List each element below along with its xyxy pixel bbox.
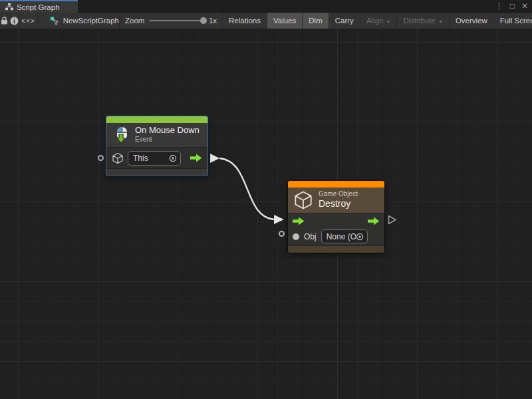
- info-button[interactable]: [10, 13, 20, 29]
- flow-connection-wire: [0, 29, 532, 399]
- game-object-cube-icon: [293, 190, 313, 210]
- node-on-mouse-down[interactable]: On Mouse Down Event This: [106, 116, 207, 176]
- obj-object-field[interactable]: None (O: [321, 229, 368, 243]
- target-field-value: This: [133, 154, 148, 163]
- zoom-control: Zoom 1x: [120, 13, 223, 29]
- tab-title: Script Graph: [17, 3, 60, 11]
- tab-script-graph[interactable]: Script Graph: [0, 0, 78, 13]
- script-graph-window: Script Graph ⋮ □ ✕: [0, 0, 532, 399]
- flow-continue-port[interactable]: [388, 215, 397, 225]
- node-body: This: [106, 147, 207, 168]
- chevron-down-icon: ▼: [438, 19, 443, 24]
- obj-field-value: None (O: [327, 232, 356, 241]
- node-header: Game Object Destroy: [288, 188, 384, 213]
- object-picker-icon[interactable]: [356, 233, 364, 241]
- close-icon[interactable]: ✕: [521, 0, 528, 13]
- graph-toolbar: <×> NewScriptGraph Zoom 1x Relations Val…: [0, 13, 532, 29]
- window-controls: ⋮ □ ✕: [495, 0, 528, 13]
- object-value-port[interactable]: [293, 233, 299, 240]
- node-subtitle: Event: [135, 136, 200, 144]
- values-button[interactable]: Values: [267, 13, 303, 29]
- lock-button[interactable]: [0, 13, 10, 29]
- distribute-label: Distribute: [403, 17, 436, 25]
- unit-color-bar: [288, 181, 384, 188]
- lock-icon: [1, 17, 8, 25]
- obj-input-ring-port[interactable]: [279, 231, 285, 237]
- maximize-icon[interactable]: □: [510, 0, 515, 13]
- target-input-ring-port[interactable]: [98, 155, 104, 161]
- node-title: On Mouse Down: [135, 125, 200, 136]
- graph-name-label: NewScriptGraph: [63, 17, 119, 25]
- graph-canvas[interactable]: On Mouse Down Event This: [0, 29, 532, 399]
- overview-button[interactable]: Overview: [450, 13, 494, 29]
- mouse-down-event-icon: [112, 126, 130, 144]
- zoom-slider[interactable]: [149, 20, 203, 21]
- carry-button[interactable]: Carry: [329, 13, 360, 29]
- align-dropdown[interactable]: Align ▼: [360, 13, 398, 29]
- node-header: On Mouse Down Event: [106, 123, 207, 147]
- info-icon: [10, 17, 19, 25]
- script-graph-asset-icon: [50, 17, 59, 25]
- node-body: Obj None (O: [288, 213, 384, 245]
- node-footer: [106, 168, 207, 176]
- edit-code-button[interactable]: <×>: [19, 13, 38, 29]
- flow-output-port[interactable]: [190, 154, 202, 162]
- align-label: Align: [366, 17, 384, 25]
- graph-hierarchy-icon: [5, 3, 13, 11]
- obj-param-label: Obj: [304, 232, 317, 241]
- chevron-down-icon: ▼: [386, 19, 390, 24]
- node-title: Destroy: [319, 198, 358, 210]
- relations-button[interactable]: Relations: [223, 13, 267, 29]
- kebab-menu-icon[interactable]: ⋮: [495, 0, 503, 13]
- zoom-slider-handle[interactable]: [200, 17, 207, 24]
- flow-input-port[interactable]: [293, 217, 305, 225]
- dim-button[interactable]: Dim: [303, 13, 329, 29]
- distribute-dropdown[interactable]: Distribute ▼: [397, 13, 450, 29]
- tab-strip: Script Graph ⋮ □ ✕: [0, 0, 532, 13]
- fullscreen-button[interactable]: Full Screen: [494, 13, 532, 29]
- wire-start-arrow: [210, 154, 219, 163]
- node-footer: [288, 245, 384, 253]
- node-category: Game Object: [319, 190, 358, 199]
- target-object-field[interactable]: This: [128, 151, 181, 166]
- flow-output-port[interactable]: [368, 217, 380, 225]
- zoom-label: Zoom: [125, 17, 144, 25]
- code-icon: <×>: [21, 17, 35, 25]
- event-color-bar: [106, 116, 207, 123]
- object-picker-icon[interactable]: [169, 154, 177, 162]
- zoom-value: 1x: [209, 17, 217, 25]
- game-object-cube-icon: [112, 152, 124, 164]
- node-destroy[interactable]: Game Object Destroy: [288, 181, 384, 253]
- graph-asset-button[interactable]: NewScriptGraph: [38, 13, 120, 29]
- wire-end-arrow: [274, 215, 284, 224]
